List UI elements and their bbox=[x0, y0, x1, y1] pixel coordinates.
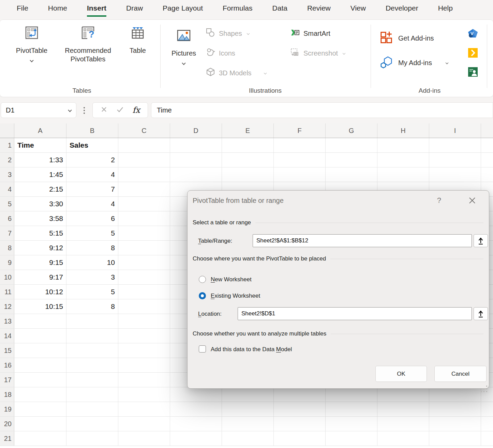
tab-help[interactable]: Help bbox=[428, 0, 463, 19]
column-header[interactable]: I bbox=[429, 123, 481, 138]
tab-review[interactable]: Review bbox=[297, 0, 341, 19]
row-header[interactable]: 19 bbox=[0, 402, 14, 416]
row-header[interactable]: 5 bbox=[0, 197, 14, 211]
3d-models-button[interactable]: 3D Models bbox=[206, 68, 266, 78]
icons-button[interactable]: Icons bbox=[206, 48, 235, 59]
tab-data[interactable]: Data bbox=[263, 0, 297, 19]
row-header[interactable]: 8 bbox=[0, 241, 14, 255]
column-header[interactable]: E bbox=[222, 123, 274, 138]
row-header[interactable]: 15 bbox=[0, 343, 14, 358]
my-addins-button[interactable]: My Add-ins bbox=[379, 57, 448, 68]
tab-formulas[interactable]: Formulas bbox=[213, 0, 263, 19]
cell[interactable]: 8 bbox=[66, 299, 118, 314]
column-header[interactable]: G bbox=[326, 123, 377, 138]
cell[interactable]: 10 bbox=[66, 255, 118, 270]
cell[interactable]: 6 bbox=[66, 211, 118, 226]
cell[interactable]: 7 bbox=[66, 182, 118, 196]
cell[interactable]: 3:58 bbox=[14, 211, 66, 226]
help-icon[interactable]: ? bbox=[437, 196, 441, 205]
visio-addin-icon[interactable]: V bbox=[468, 29, 478, 40]
select-all-corner[interactable] bbox=[0, 123, 14, 138]
row-header[interactable]: 13 bbox=[0, 314, 14, 328]
close-icon[interactable] bbox=[467, 195, 477, 206]
row-header[interactable]: 6 bbox=[0, 211, 14, 226]
row-header[interactable]: 12 bbox=[0, 299, 14, 314]
new-worksheet-radio[interactable] bbox=[199, 276, 206, 283]
tab-insert[interactable]: Insert bbox=[77, 0, 116, 19]
tab-draw[interactable]: Draw bbox=[116, 0, 153, 19]
cell[interactable]: 2 bbox=[66, 153, 118, 167]
cell[interactable]: 1:33 bbox=[14, 153, 66, 167]
column-header[interactable]: B bbox=[66, 123, 118, 138]
shapes-button[interactable]: Shapes bbox=[206, 28, 249, 39]
range-selector-button[interactable] bbox=[474, 234, 488, 247]
column-header[interactable]: A bbox=[14, 123, 66, 138]
row-header[interactable]: 7 bbox=[0, 226, 14, 240]
cell[interactable]: 8 bbox=[66, 241, 118, 255]
cell[interactable]: 10:15 bbox=[14, 299, 66, 314]
row-header[interactable]: 10 bbox=[0, 270, 14, 284]
column-header[interactable]: D bbox=[170, 123, 222, 138]
column-header[interactable]: F bbox=[274, 123, 326, 138]
cell[interactable]: 9:15 bbox=[14, 255, 66, 270]
smartart-button[interactable]: SmartArt bbox=[290, 28, 330, 39]
resize-grip[interactable] bbox=[486, 386, 487, 387]
row-header[interactable]: 14 bbox=[0, 329, 14, 343]
cell[interactable]: 5 bbox=[66, 226, 118, 240]
cancel-entry-icon[interactable] bbox=[100, 106, 108, 115]
column-header[interactable]: H bbox=[377, 123, 429, 138]
cell[interactable]: 3 bbox=[66, 270, 118, 284]
cell[interactable]: 2:15 bbox=[14, 182, 66, 196]
shapes-icon bbox=[206, 28, 215, 39]
existing-worksheet-radio[interactable] bbox=[199, 292, 206, 299]
row-header[interactable]: 2 bbox=[0, 153, 14, 167]
cell[interactable]: 10:12 bbox=[14, 285, 66, 299]
tab-page-layout[interactable]: Page Layout bbox=[153, 0, 213, 19]
table-button[interactable]: Table bbox=[121, 25, 155, 55]
recommended-pivottables-button[interactable]: ? Recommended PivotTables bbox=[57, 25, 119, 63]
tab-file[interactable]: File bbox=[7, 0, 38, 19]
tab-home[interactable]: Home bbox=[38, 0, 77, 19]
screenshot-button[interactable]: Screenshot bbox=[290, 48, 345, 59]
cell[interactable]: 5:15 bbox=[14, 226, 66, 240]
row-header[interactable]: 17 bbox=[0, 373, 14, 387]
cell[interactable]: 3:30 bbox=[14, 197, 66, 211]
name-box[interactable]: D1 bbox=[1, 102, 76, 118]
formula-input[interactable]: Time bbox=[151, 102, 493, 118]
row-header[interactable]: 16 bbox=[0, 358, 14, 372]
tab-developer[interactable]: Developer bbox=[376, 0, 428, 19]
row-header[interactable]: 11 bbox=[0, 285, 14, 299]
cell[interactable]: 4 bbox=[66, 197, 118, 211]
cell[interactable]: Time bbox=[14, 138, 66, 152]
3d-models-icon bbox=[206, 68, 215, 78]
tab-view[interactable]: View bbox=[341, 0, 376, 19]
bing-addin-icon[interactable] bbox=[468, 48, 478, 59]
location-input[interactable] bbox=[238, 307, 472, 320]
pictures-button[interactable]: Pictures bbox=[166, 27, 201, 64]
row-header[interactable]: 21 bbox=[0, 431, 14, 446]
confirm-entry-icon[interactable] bbox=[116, 106, 124, 115]
cell[interactable]: 5 bbox=[66, 285, 118, 299]
row-header[interactable]: 3 bbox=[0, 167, 14, 182]
table-range-input[interactable] bbox=[253, 234, 472, 247]
pivottable-button[interactable]: PivotTable bbox=[11, 25, 53, 62]
row-header[interactable]: 20 bbox=[0, 417, 14, 431]
row-header[interactable]: 18 bbox=[0, 387, 14, 402]
row-header[interactable]: 4 bbox=[0, 182, 14, 196]
column-header[interactable]: C bbox=[118, 123, 170, 138]
row-header[interactable]: 1 bbox=[0, 138, 14, 152]
ok-button[interactable]: OK bbox=[375, 366, 427, 382]
cell[interactable]: 9:12 bbox=[14, 241, 66, 255]
insert-function-icon[interactable]: fx bbox=[132, 105, 140, 115]
cell[interactable]: 9:17 bbox=[14, 270, 66, 284]
table-range-label: Table/Range: bbox=[198, 238, 232, 244]
row-header[interactable]: 9 bbox=[0, 255, 14, 270]
cancel-button[interactable]: Cancel bbox=[434, 366, 487, 382]
cell[interactable]: 1:45 bbox=[14, 167, 66, 182]
data-model-checkbox[interactable] bbox=[199, 345, 206, 353]
get-addins-button[interactable]: Get Add-ins bbox=[379, 33, 434, 44]
people-graph-addin-icon[interactable] bbox=[468, 67, 478, 78]
cell[interactable]: 4 bbox=[66, 167, 118, 182]
cell[interactable]: Sales bbox=[66, 138, 118, 152]
range-selector-button[interactable] bbox=[474, 307, 488, 320]
